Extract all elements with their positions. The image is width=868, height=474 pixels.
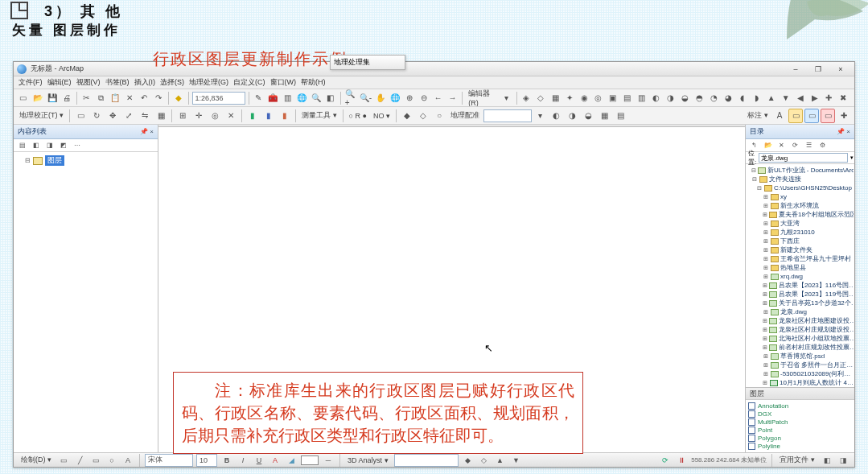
tool-icon[interactable]: ◑	[664, 91, 677, 105]
tree-item[interactable]: ⊞关于吕亭苑13个步道32个…	[747, 299, 854, 307]
toggle-tree-icon[interactable]: ☰	[803, 140, 815, 150]
tool-icon[interactable]: ▶	[808, 91, 821, 105]
delete-link-icon[interactable]: ✕	[224, 109, 238, 123]
tool-icon[interactable]: ▣	[607, 91, 619, 105]
editor-toolbar-icon[interactable]: ✎	[252, 91, 265, 105]
disconnect-folder-icon[interactable]: ✕	[775, 140, 788, 150]
tree-item[interactable]: ⊞龙泉社区村庄地图建设投…	[747, 316, 854, 325]
plus-expander-icon[interactable]: ⊞	[763, 325, 767, 334]
forward-extent-icon[interactable]: →	[446, 91, 459, 105]
tree-item[interactable]: ⊞龙泉社区村庄规划建设投…	[747, 325, 854, 334]
list-by-selection-icon[interactable]: ◩	[57, 140, 69, 151]
plus-expander-icon[interactable]: ⊞	[763, 219, 769, 228]
menu-geoprocessing[interactable]: 地理处理(G)	[189, 77, 228, 88]
plus-expander-icon[interactable]: ⊞	[763, 263, 769, 272]
toolbox-icon[interactable]: 🧰	[266, 91, 279, 105]
label-icon[interactable]: ✚	[837, 109, 851, 123]
tool-icon[interactable]: ▦	[598, 109, 612, 123]
auto-adjust-icon[interactable]: ◎	[208, 109, 222, 123]
tree-item[interactable]: ⊞吕农果【2023】116号国…	[747, 281, 854, 290]
catalog-tree[interactable]: ⊟ 新ULT作业流 - Documents\Arc… ⊟ 文件夹连接 ⊟ C:\…	[746, 164, 854, 387]
menu-edit[interactable]: 编辑(E)	[47, 77, 72, 88]
menu-bookmarks[interactable]: 书签(B)	[105, 77, 130, 88]
tree-item[interactable]: ⊞九根231010	[747, 228, 854, 237]
tool-icon[interactable]: ▦	[549, 91, 562, 105]
plus-expander-icon[interactable]: ⊞	[763, 343, 767, 352]
display-icon[interactable]: ▮	[245, 109, 260, 123]
draw-dropdown[interactable]: 绘制(D) ▾	[19, 455, 54, 465]
tree-item[interactable]: ⊞前者村村庄规划改性投票…	[747, 343, 854, 352]
swatch-icon[interactable]: ▮	[278, 109, 292, 123]
font-combo[interactable]: 宋体	[145, 454, 193, 467]
tool-icon[interactable]: ▼	[780, 91, 792, 105]
map-canvas[interactable]: ↖ 注：标准库生出来的行政区图层已赋好行政区代码、行政区名称、要素代码、行政区面…	[158, 125, 745, 452]
model-builder-icon[interactable]: ◧	[324, 91, 337, 105]
tool-icon[interactable]: ◆	[462, 455, 475, 466]
tool-icon[interactable]: ◓	[693, 91, 706, 105]
line-color-icon[interactable]: ─	[322, 455, 335, 466]
plus-expander-icon[interactable]: ⊞	[763, 245, 769, 254]
tree-item[interactable]: ⊞于召省 多照件一台月正…	[747, 361, 854, 369]
georeferencing-dropdown[interactable]: 地理校正(T) ▾	[17, 110, 66, 121]
minus-expander-icon[interactable]: ⊟	[25, 157, 31, 164]
redo-icon[interactable]: ↷	[152, 91, 165, 105]
tool-icon[interactable]: ◀	[794, 91, 807, 105]
tool-icon[interactable]: ◇	[478, 455, 491, 466]
add-control-points-icon[interactable]: ✛	[191, 109, 206, 123]
zoom-in-icon[interactable]: 🔍+	[344, 91, 357, 105]
tree-item[interactable]: ⊞大亚湾	[747, 219, 854, 228]
chevron-down-icon[interactable]: ▾	[500, 91, 513, 105]
plus-expander-icon[interactable]: ⊞	[763, 192, 769, 201]
tree-item[interactable]: ⊞热地里县	[747, 263, 854, 272]
tool-icon[interactable]: ◎	[592, 91, 605, 105]
tool-icon[interactable]: ◐	[650, 91, 663, 105]
plus-expander-icon[interactable]: ⊞	[763, 361, 769, 369]
rotate-icon[interactable]: ↻	[89, 109, 104, 123]
viewer-icon[interactable]: ▦	[154, 109, 168, 123]
tool-icon[interactable]: ◔	[707, 91, 720, 105]
refresh-icon[interactable]: ⟳	[659, 455, 672, 466]
tool-icon[interactable]: ◧	[821, 455, 833, 466]
font-size-combo[interactable]: 10	[196, 454, 217, 467]
scale-icon[interactable]: ⤢	[121, 109, 136, 123]
scale-combo[interactable]: 1:26,836	[192, 92, 245, 105]
plus-expander-icon[interactable]: ⊞	[763, 254, 769, 263]
plus-expander-icon[interactable]: ⊞	[763, 378, 768, 387]
options-icon[interactable]: ⋯	[71, 140, 83, 151]
tool-icon[interactable]: ▥	[636, 91, 648, 105]
tree-item[interactable]: ⊞夏夫香18个村组地区示范区	[747, 210, 854, 219]
3d-analyst-dropdown[interactable]: 3D Analyst ▾	[345, 456, 391, 464]
tool-icon[interactable]: ✚	[822, 91, 835, 105]
plus-expander-icon[interactable]: ⊞	[763, 299, 767, 307]
tree-desktop-folder[interactable]: ⊟ C:\Users\GHSN25\Desktop	[747, 183, 854, 192]
plus-expander-icon[interactable]: ⊞	[763, 228, 769, 237]
tool-icon[interactable]: ✖	[837, 91, 849, 105]
tool-icon[interactable]: ◕	[722, 91, 734, 105]
select-icon[interactable]: ▭	[57, 455, 70, 466]
chevron-down-icon[interactable]: ▾	[850, 155, 854, 161]
tool-icon[interactable]: ◒	[678, 91, 691, 105]
catalog-icon[interactable]: 🌐	[295, 91, 308, 105]
tree-item[interactable]: ⊞北海社区村小组双地投票…	[747, 334, 854, 343]
minus-expander-icon[interactable]: ⊟	[756, 183, 763, 192]
paste-icon[interactable]: 📋	[109, 91, 121, 105]
link-table-icon[interactable]: ⊞	[175, 109, 190, 123]
fixed-zoom-out-icon[interactable]: ⊖	[418, 91, 430, 105]
no-dropdown[interactable]: NO ▾	[371, 112, 393, 120]
tree-item[interactable]: ⊞-5305021032089(何利…	[747, 369, 854, 378]
preview-layer-row[interactable]: Polyline	[748, 443, 852, 450]
catalog-address-input[interactable]	[759, 153, 848, 163]
window-maximize-button[interactable]: ❐	[808, 64, 829, 75]
pan-icon[interactable]: ✋	[374, 91, 387, 105]
tool-icon[interactable]: ◇	[416, 109, 430, 123]
text-icon[interactable]: A	[121, 455, 134, 466]
open-icon[interactable]: 📂	[31, 91, 44, 105]
add-data-icon[interactable]: ◆	[172, 91, 185, 105]
circle-icon[interactable]: ○	[105, 455, 118, 466]
python-icon[interactable]: ▥	[281, 91, 294, 105]
plus-expander-icon[interactable]: ⊞	[763, 210, 767, 219]
window-close-button[interactable]: ×	[830, 64, 851, 75]
menu-insert[interactable]: 插入(I)	[134, 77, 156, 88]
survey-tools-dropdown[interactable]: 测量工具 ▾	[299, 110, 339, 121]
plus-expander-icon[interactable]: ⊞	[763, 281, 767, 290]
